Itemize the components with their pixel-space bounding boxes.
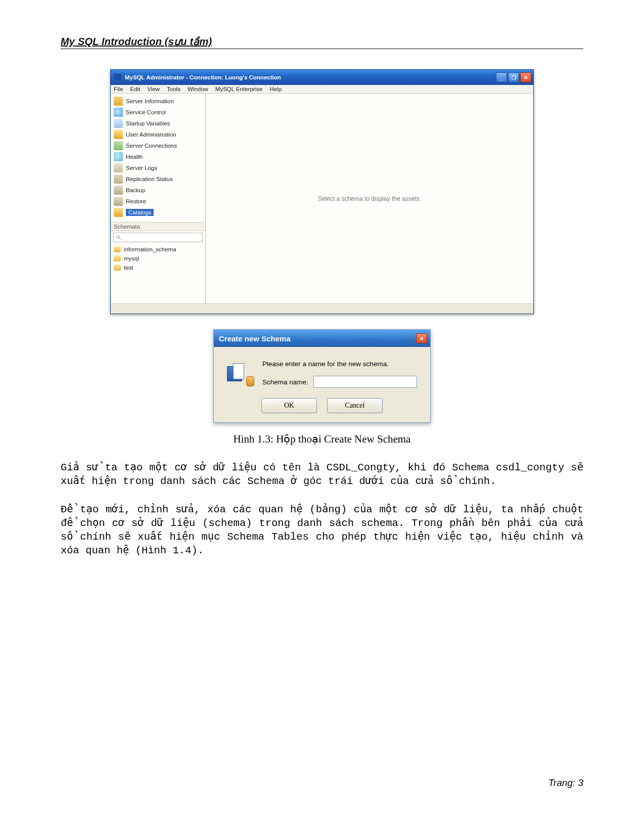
page-header: My SQL Introduction (sưu tầm) bbox=[61, 35, 583, 49]
schema-label: test bbox=[124, 265, 133, 271]
database-icon bbox=[114, 265, 121, 271]
menubar: File Edit View Tools Window MySQL Enterp… bbox=[111, 85, 533, 94]
nav-catalogs[interactable]: Catalogs bbox=[111, 207, 205, 218]
nav-backup[interactable]: Backup bbox=[111, 185, 205, 196]
menu-file[interactable]: File bbox=[114, 86, 123, 92]
app-icon bbox=[114, 73, 122, 81]
paragraph-2: Để tạo mới, chỉnh sửa, xóa các quan hệ (… bbox=[61, 503, 583, 558]
catalogs-icon bbox=[114, 208, 123, 217]
schemata-header: Schemata bbox=[111, 222, 205, 231]
nav-list: Server Information Service Control Start… bbox=[111, 94, 205, 222]
minimize-button[interactable]: _ bbox=[496, 72, 507, 82]
menu-edit[interactable]: Edit bbox=[130, 86, 141, 92]
nav-startup-variables[interactable]: Startup Variables bbox=[111, 118, 205, 129]
content-pane: Select a schema to display the assets. bbox=[206, 94, 533, 303]
schemata-list: information_schema mysql test bbox=[111, 244, 205, 303]
window-title: MySQL Administrator - Connection: Luong'… bbox=[125, 74, 496, 80]
mysql-admin-window: MySQL Administrator - Connection: Luong'… bbox=[110, 69, 534, 314]
titlebar[interactable]: MySQL Administrator - Connection: Luong'… bbox=[111, 70, 533, 85]
menu-tools[interactable]: Tools bbox=[167, 86, 180, 92]
nav-label: Server Logs bbox=[126, 165, 157, 171]
dialog-titlebar[interactable]: Create new Schema ✕ bbox=[214, 330, 430, 347]
menu-window[interactable]: Window bbox=[188, 86, 208, 92]
nav-replication-status[interactable]: Replication Status bbox=[111, 173, 205, 185]
schema-item[interactable]: test bbox=[111, 263, 205, 272]
schema-item[interactable]: mysql bbox=[111, 254, 205, 263]
user-icon bbox=[114, 130, 123, 139]
maximize-button[interactable]: ❐ bbox=[508, 72, 519, 82]
cancel-button[interactable]: Cancel bbox=[327, 398, 383, 413]
schema-label: information_schema bbox=[124, 246, 176, 252]
nav-server-information[interactable]: Server Information bbox=[111, 96, 205, 107]
nav-label: Backup bbox=[126, 187, 145, 193]
restore-icon bbox=[114, 197, 123, 206]
logs-icon bbox=[114, 163, 123, 172]
nav-restore[interactable]: Restore bbox=[111, 196, 205, 207]
nav-label: Restore bbox=[126, 198, 146, 204]
ok-button[interactable]: OK bbox=[261, 398, 317, 413]
nav-service-control[interactable]: Service Control bbox=[111, 107, 205, 118]
dialog-prompt: Please enter a name for the new schema. bbox=[262, 360, 417, 368]
close-button[interactable]: ✕ bbox=[520, 72, 531, 82]
replication-icon bbox=[114, 174, 123, 184]
statusbar bbox=[111, 303, 533, 314]
menu-enterprise[interactable]: MySQL Enterprise bbox=[215, 86, 263, 92]
figure-caption: Hình 1.3: Hộp thoại Create New Schema bbox=[61, 433, 583, 446]
schema-name-label: Schema name: bbox=[262, 378, 308, 386]
nav-label: Health bbox=[126, 154, 143, 160]
schema-icon bbox=[227, 363, 253, 385]
dialog-title: Create new Schema bbox=[219, 334, 416, 343]
nav-server-connections[interactable]: Server Connections bbox=[111, 140, 205, 151]
schema-item[interactable]: information_schema bbox=[111, 245, 205, 254]
health-icon bbox=[114, 152, 123, 161]
nav-user-administration[interactable]: User Administration bbox=[111, 129, 205, 140]
server-icon bbox=[114, 97, 123, 106]
menu-help[interactable]: Help bbox=[269, 86, 282, 92]
schemata-search[interactable] bbox=[113, 233, 203, 242]
database-icon bbox=[114, 246, 121, 252]
pane-placeholder: Select a schema to display the assets. bbox=[318, 195, 421, 202]
schema-label: mysql bbox=[124, 255, 139, 261]
nav-server-logs[interactable]: Server Logs bbox=[111, 162, 205, 173]
menu-view[interactable]: View bbox=[147, 86, 160, 92]
schema-name-input[interactable] bbox=[313, 376, 417, 388]
connections-icon bbox=[114, 141, 123, 150]
search-icon bbox=[116, 235, 121, 240]
service-icon bbox=[114, 108, 123, 117]
nav-label: Server Connections bbox=[126, 143, 177, 149]
create-schema-dialog: Create new Schema ✕ Please enter a name … bbox=[213, 329, 431, 423]
dialog-close-button[interactable]: ✕ bbox=[416, 333, 427, 343]
page-number: Trang: 3 bbox=[548, 777, 583, 788]
svg-line-1 bbox=[119, 238, 121, 240]
database-icon bbox=[114, 255, 121, 261]
nav-health[interactable]: Health bbox=[111, 151, 205, 162]
nav-label: User Administration bbox=[126, 131, 176, 138]
nav-label: Replication Status bbox=[126, 176, 173, 182]
paragraph-1: Giả sử ta tạo một cơ sở dữ liệu có tên l… bbox=[61, 461, 583, 489]
svg-point-0 bbox=[117, 236, 120, 239]
nav-label: Server Information bbox=[126, 98, 174, 104]
backup-icon bbox=[114, 186, 123, 195]
nav-label: Startup Variables bbox=[126, 120, 170, 126]
nav-label: Catalogs bbox=[126, 209, 154, 216]
startup-icon bbox=[114, 119, 123, 128]
nav-label: Service Control bbox=[126, 109, 166, 115]
